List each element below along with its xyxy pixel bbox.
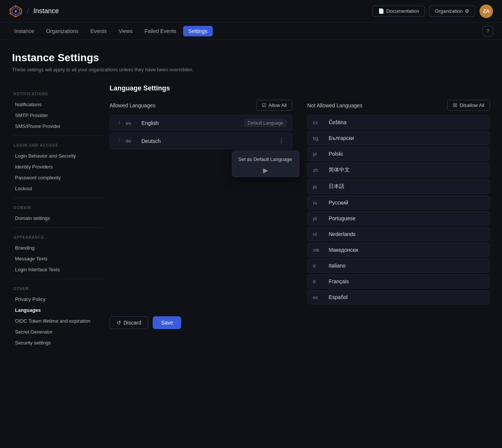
save-label: Save bbox=[161, 320, 173, 326]
sidebar-item-login-interface[interactable]: Login Interface Texts bbox=[12, 264, 102, 275]
sidebar-item-smtp[interactable]: SMTP Provider bbox=[12, 110, 102, 121]
lang-code-fr: fr bbox=[313, 279, 323, 284]
dropdown-cursor-icon: ▶ bbox=[232, 166, 299, 174]
language-grid: Allowed Languages ☑ Allow All 1 en Engli… bbox=[110, 100, 490, 304]
sidebar-item-branding[interactable]: Branding bbox=[12, 242, 102, 253]
org-btn-label: Organization bbox=[435, 8, 463, 14]
lang-dropdown-menu: Set as Default Language ▶ bbox=[232, 150, 299, 177]
lang-name-ja: 日本語 bbox=[329, 183, 484, 190]
content-area: Language Settings Allowed Languages ☑ Al… bbox=[110, 84, 490, 348]
page-title: Instance Settings bbox=[12, 52, 490, 64]
documentation-button[interactable]: 📄 Documentation bbox=[373, 6, 425, 17]
default-language-badge: Default Language bbox=[244, 119, 287, 127]
allowed-column-header: Allowed Languages ☑ Allow All bbox=[110, 100, 292, 111]
lang-code-ja: ja bbox=[313, 184, 323, 189]
lang-name-nl: Nederlands bbox=[329, 231, 484, 237]
lang-code-nl: nl bbox=[313, 232, 323, 237]
lang-code-it: it bbox=[313, 263, 323, 269]
disallow-all-label: Disallow All bbox=[460, 102, 484, 108]
discard-label: Discard bbox=[123, 320, 141, 326]
lang-code-ru: ru bbox=[313, 200, 323, 206]
lang-num-2: 2 bbox=[115, 137, 120, 142]
sidebar-section-other: OTHER bbox=[12, 287, 102, 291]
footer-actions: ↺ Discard Save bbox=[110, 316, 490, 344]
subnav-item-views[interactable]: Views bbox=[113, 26, 138, 36]
disallow-icon: ☒ bbox=[453, 102, 457, 108]
sidebar-item-languages[interactable]: Languages bbox=[12, 305, 102, 316]
allowed-languages-column: Allowed Languages ☑ Allow All 1 en Engli… bbox=[110, 100, 292, 149]
check-icon: ☑ bbox=[262, 102, 266, 108]
sidebar-item-login-behavior[interactable]: Login Behavior and Security bbox=[12, 150, 102, 161]
lang-code-es: es bbox=[313, 295, 323, 300]
lang-code-pt: pt bbox=[313, 216, 323, 221]
subnav: Instance Organizations Events Views Fail… bbox=[0, 23, 502, 40]
avatar[interactable]: ZA bbox=[479, 5, 493, 18]
sidebar-section-domain: DOMAIN bbox=[12, 206, 102, 210]
discard-button[interactable]: ↺ Discard bbox=[110, 316, 148, 329]
lang-code-cs: cs bbox=[313, 120, 323, 125]
allowed-lang-list: 1 en English Default Language 2 de Deuts… bbox=[110, 115, 292, 149]
divider-4 bbox=[12, 279, 102, 279]
lang-name-en: English bbox=[141, 120, 239, 126]
avatar-initials: ZA bbox=[483, 8, 489, 14]
sidebar-item-secret-generator[interactable]: Secret Generator bbox=[12, 326, 102, 337]
organization-button[interactable]: Organization bbox=[429, 6, 475, 17]
topnav: / Instance 📄 Documentation Organization … bbox=[0, 0, 502, 23]
sidebar-item-identity-providers[interactable]: Identity Providers bbox=[12, 161, 102, 172]
sidebar-item-notifications[interactable]: Notifications bbox=[12, 99, 102, 110]
help-label: ? bbox=[486, 28, 489, 34]
page-description: These settings will apply to all your or… bbox=[12, 67, 490, 72]
sidebar-section-login: LOGIN AND ACCESS bbox=[12, 143, 102, 147]
sidebar-item-security[interactable]: Security settings bbox=[12, 337, 102, 348]
lang-name-de: Deutsch bbox=[141, 138, 271, 144]
not-allowed-lang-list: cs Čeština bg Български pl Polski bbox=[307, 115, 490, 304]
not-allowed-column-header: Not Allowed Languages ☒ Disallow All bbox=[307, 100, 490, 111]
lang-name-cs: Čeština bbox=[329, 119, 484, 125]
lang-code-pl: pl bbox=[313, 151, 323, 157]
not-allowed-languages-column: Not Allowed Languages ☒ Disallow All cs … bbox=[307, 100, 490, 304]
logo-area: / Instance bbox=[9, 5, 59, 18]
lang-item-ja: ja 日本語 bbox=[307, 179, 490, 194]
lang-menu-button-de[interactable]: ⋮ bbox=[276, 137, 287, 145]
lang-name-pt: Portuguese bbox=[329, 215, 484, 221]
subnav-item-events[interactable]: Events bbox=[85, 26, 112, 36]
subnav-item-instance[interactable]: Instance bbox=[9, 26, 39, 36]
subnav-item-settings[interactable]: Settings bbox=[183, 26, 213, 36]
sidebar-item-privacy[interactable]: Privacy Policy bbox=[12, 294, 102, 305]
lang-name-zh: 简体中文 bbox=[329, 167, 484, 173]
lang-code-bg: bg bbox=[313, 135, 323, 141]
lang-item-cs: cs Čeština bbox=[307, 115, 490, 129]
sidebar-item-password-complexity[interactable]: Password complexity bbox=[12, 172, 102, 183]
set-default-language-item[interactable]: Set as Default Language bbox=[232, 153, 299, 165]
lang-name-bg: Български bbox=[329, 135, 484, 141]
lang-item-ru: ru Русский bbox=[307, 195, 490, 210]
sidebar-item-lockout[interactable]: Lockout bbox=[12, 183, 102, 194]
instance-title: Instance bbox=[33, 7, 59, 15]
lang-code-en: en bbox=[126, 120, 136, 126]
lang-item-de: 2 de Deutsch ⋮ Set as Default Language ▶ bbox=[110, 132, 292, 149]
allow-all-button[interactable]: ☑ Allow All bbox=[256, 100, 292, 111]
save-button[interactable]: Save bbox=[153, 316, 181, 329]
lang-name-es: Español bbox=[329, 294, 484, 300]
sidebar-item-oidc[interactable]: OIDC Token lifetime and expiration bbox=[12, 316, 102, 326]
lang-item-en: 1 en English Default Language bbox=[110, 115, 292, 131]
help-button[interactable]: ? bbox=[482, 26, 493, 36]
layout: NOTIFICATIONS Notifications SMTP Provide… bbox=[12, 84, 490, 348]
discard-icon: ↺ bbox=[117, 320, 121, 326]
sidebar-item-domain[interactable]: Domain settings bbox=[12, 213, 102, 224]
doc-btn-label: Documentation bbox=[386, 8, 419, 14]
gear-icon bbox=[465, 8, 469, 14]
lang-code-zh: zh bbox=[313, 167, 323, 173]
divider-3 bbox=[12, 227, 102, 228]
logo-icon bbox=[9, 5, 23, 18]
lang-item-bg: bg Български bbox=[307, 131, 490, 145]
doc-icon: 📄 bbox=[378, 8, 384, 14]
subnav-item-organizations[interactable]: Organizations bbox=[41, 26, 84, 36]
sidebar-item-sms[interactable]: SMS/Phone Provider bbox=[12, 121, 102, 132]
disallow-all-button[interactable]: ☒ Disallow All bbox=[447, 100, 490, 111]
lang-name-mk: Македонски bbox=[329, 247, 484, 253]
subnav-item-failed-events[interactable]: Failed Events bbox=[139, 26, 182, 36]
svg-point-2 bbox=[15, 10, 17, 12]
sidebar-item-message-texts[interactable]: Message Texts bbox=[12, 253, 102, 264]
not-allowed-column-title: Not Allowed Languages bbox=[307, 102, 362, 108]
